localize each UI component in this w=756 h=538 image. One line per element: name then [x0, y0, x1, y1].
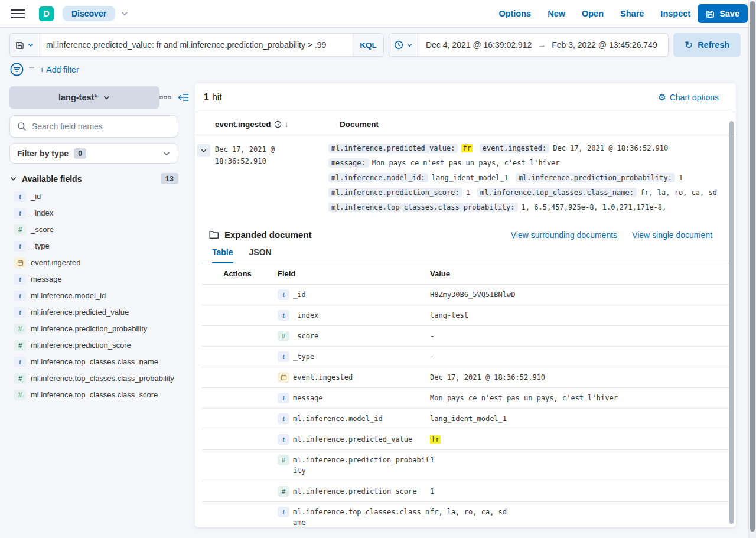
chart-options-button[interactable]: ⚙ Chart options	[658, 92, 727, 103]
nav-link-inspect[interactable]: Inspect	[660, 9, 690, 18]
row-field: event.ingested	[278, 372, 430, 383]
hits-bar: 1 hit ⚙ Chart options	[195, 83, 736, 112]
boxes-horizontal-icon[interactable]	[159, 96, 171, 100]
row-actions	[223, 413, 278, 424]
search-input[interactable]	[32, 122, 171, 131]
document-summary-line: ml.inference.predicted_value:frevent.ing…	[328, 144, 724, 153]
field-value: fr	[461, 144, 472, 152]
row-value: 1	[430, 455, 729, 476]
nav-link-share[interactable]: Share	[620, 9, 644, 18]
field-name-label: ml.inference.prediction_probability	[31, 324, 147, 334]
collapse-sidebar-icon[interactable]	[178, 93, 189, 102]
chevron-down-icon	[406, 42, 413, 48]
view-surrounding-documents-link[interactable]: View surrounding documents	[511, 230, 617, 240]
field-item-_score[interactable]: #_score	[9, 221, 182, 238]
index-pattern-switcher[interactable]: lang-test*	[9, 86, 159, 109]
add-filter-button[interactable]: + Add filter	[40, 65, 79, 74]
text-type-icon: t	[278, 351, 289, 362]
chevron-down-icon	[162, 149, 171, 158]
field-item-ml.inference.top_classes.class_probability[interactable]: #ml.inference.top_classes.class_probabil…	[9, 370, 182, 387]
hit-count: 1	[204, 92, 209, 103]
quick-time-menu-button[interactable]	[389, 34, 418, 56]
text-type-icon: t	[278, 413, 289, 424]
field-item-ml.inference.top_classes.class_score[interactable]: #ml.inference.top_classes.class_score	[9, 387, 182, 403]
field-name-label: ml.inference.predicted_value	[293, 434, 412, 445]
query-input[interactable]	[40, 34, 353, 56]
field-item-_id[interactable]: t_id	[9, 188, 182, 205]
breadcrumb-discover[interactable]: Discover	[63, 6, 115, 21]
document-summary: ml.inference.predicted_value:frevent.ing…	[328, 144, 724, 212]
field-value: Dec 17, 2021 @ 18:36:52.910	[553, 144, 668, 152]
number-type-icon: #	[14, 324, 26, 334]
start-date-button[interactable]: Dec 4, 2021 @ 16:39:02.912	[426, 40, 532, 50]
save-icon	[706, 9, 715, 18]
document-timestamp: Dec 17, 2021 @ 18:36:52.910	[215, 144, 328, 212]
table-scrollbar[interactable]	[729, 121, 734, 524]
filter-divider	[29, 67, 34, 68]
tab-table[interactable]: Table	[212, 247, 233, 263]
nav-link-options[interactable]: Options	[498, 9, 531, 18]
query-language-button[interactable]: KQL	[353, 34, 383, 56]
document-row: Dec 17, 2021 @ 18:36:52.910 ml.inference…	[195, 136, 736, 220]
row-actions	[223, 310, 278, 321]
app-logo[interactable]: D	[39, 6, 54, 21]
sort-descending-icon[interactable]: ↓	[285, 120, 289, 129]
field-chip: event.ingested:	[480, 144, 549, 153]
field-item-ml.inference.top_classes.class_name[interactable]: tml.inference.top_classes.class_name	[9, 354, 182, 370]
field-name-label: _type	[293, 351, 314, 362]
filter-menu-icon[interactable]	[10, 63, 24, 76]
table-row-ml.inference.model_id: tml.inference.model_idlang_ident_model_1	[202, 409, 729, 429]
field-item-ml.inference.model_id[interactable]: tml.inference.model_id	[9, 288, 182, 304]
page-scrollbar-thumb[interactable]	[750, 1, 755, 532]
field-item-message[interactable]: tmessage	[9, 271, 182, 288]
nav-link-open[interactable]: Open	[582, 9, 604, 18]
page-scrollbar[interactable]	[748, 0, 756, 538]
field-chip: ml.inference.predicted_value:	[328, 144, 458, 153]
discover-results-panel: 1 hit ⚙ Chart options event.ingested ↓ D…	[195, 83, 736, 527]
collapse-row-button[interactable]	[197, 144, 210, 157]
number-type-icon: #	[14, 390, 26, 400]
refresh-button[interactable]: ↻ Refresh	[673, 33, 741, 57]
refresh-icon: ↻	[685, 39, 693, 51]
row-field: t_index	[278, 310, 430, 321]
search-icon	[17, 122, 27, 131]
filter-bar: + Add filter	[10, 63, 79, 76]
row-actions	[223, 351, 278, 362]
tab-json[interactable]: JSON	[249, 247, 272, 263]
row-actions	[223, 455, 278, 476]
chevron-down-icon[interactable]	[120, 9, 129, 18]
text-type-icon: t	[278, 507, 289, 517]
row-field: #ml.inference.prediction_probability	[278, 455, 430, 476]
available-fields-toggle[interactable]: Available fields 13	[9, 173, 178, 184]
row-value: fr	[430, 434, 729, 445]
field-search-box	[9, 115, 178, 138]
field-item-_index[interactable]: t_index	[9, 205, 182, 221]
field-item-ml.inference.prediction_score[interactable]: #ml.inference.prediction_score	[9, 337, 182, 354]
document-summary-line: message:Mon pays ce n'est pas un pays, c…	[328, 158, 724, 168]
field-item-event.ingested[interactable]: event.ingested	[9, 255, 182, 271]
nav-link-new[interactable]: New	[548, 9, 565, 18]
documents-table-header: event.ingested ↓ Document	[195, 112, 736, 136]
end-date-button[interactable]: Feb 3, 2022 @ 13:45:26.749	[552, 40, 657, 50]
row-value: fr, la, ro, ca, sd	[430, 507, 729, 527]
field-name-label: ml.inference.top_classes.class_score	[31, 390, 158, 400]
save-button[interactable]: Save	[698, 4, 748, 23]
field-name-label: ml.inference.model_id	[31, 291, 106, 301]
date-range: Dec 4, 2021 @ 16:39:02.912 → Feb 3, 2022…	[418, 34, 668, 56]
row-value: -	[430, 351, 729, 362]
field-name-label: message	[293, 393, 323, 403]
field-name-label: _id	[31, 191, 41, 202]
menu-icon[interactable]	[11, 6, 25, 21]
clock-icon	[394, 40, 403, 50]
header-nav: OptionsNewOpenShareInspect	[498, 9, 690, 18]
filter-by-type-button[interactable]: Filter by type 0	[9, 143, 178, 164]
field-item-_type[interactable]: t_type	[9, 238, 182, 255]
table-row-event.ingested: event.ingestedDec 17, 2021 @ 18:36:52.91…	[202, 367, 729, 388]
time-column-header[interactable]: event.ingested	[215, 120, 271, 129]
field-item-ml.inference.prediction_probability[interactable]: #ml.inference.prediction_probability	[9, 321, 182, 337]
view-single-document-link[interactable]: View single document	[632, 230, 712, 240]
field-item-ml.inference.predicted_value[interactable]: tml.inference.predicted_value	[9, 304, 182, 321]
saved-query-menu-button[interactable]	[10, 34, 40, 56]
row-actions	[223, 434, 278, 445]
text-type-icon: t	[14, 357, 26, 367]
